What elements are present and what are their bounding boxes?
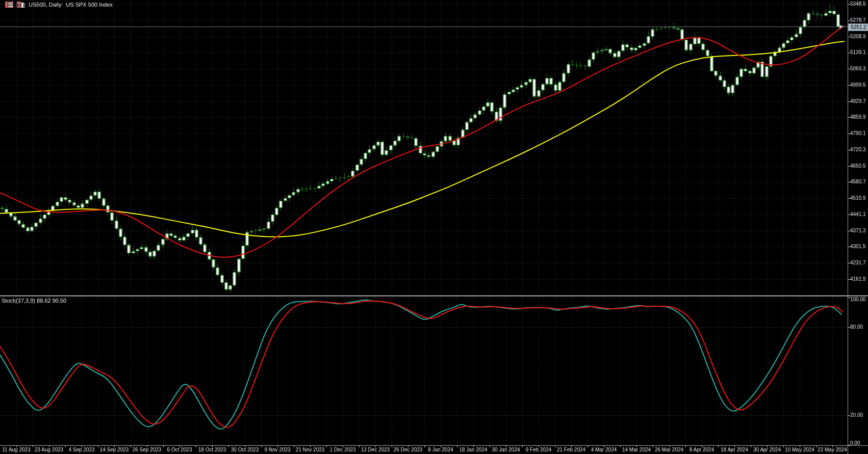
chart-window: US500, Daily: US SPX 500 Index Stoch(37,… [0,0,868,454]
chart-canvas[interactable] [0,0,868,454]
